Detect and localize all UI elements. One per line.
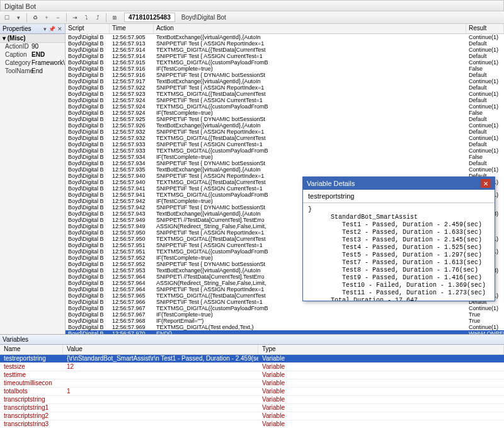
grid-row[interactable]: Boyd\Digital B12:56:57.935TextBotExchang… [66,166,504,173]
var-name: testtime [0,371,63,379]
grid-row[interactable]: Boyd\Digital B12:56:57.923TEXTMSG_DIGITA… [66,91,504,97]
doc-icon[interactable]: 🗎 [110,13,119,22]
grid-row[interactable]: Boyd\Digital B12:56:57.924TEXTMSG_DIGITA… [66,103,504,110]
grid-row[interactable]: Boyd\Digital B12:56:57.916SNIPPET\IF Tes… [66,72,504,78]
property-value[interactable]: Framework\Genera [30,59,65,67]
col-script[interactable]: Script [66,24,110,33]
property-row[interactable]: CategoryFramework\Genera [0,59,65,67]
grid-row[interactable]: Boyd\Digital B12:56:57.916IF(TestComplet… [66,66,504,72]
grid-row[interactable]: Boyd\Digital B12:56:57.915TEXTMSG_DIGITA… [66,59,504,66]
variable-details-titlebar[interactable]: Variable Details ✕ [303,177,495,190]
pin-icon[interactable]: ▾ [43,26,47,32]
pushpin-icon[interactable]: 📌 [49,26,55,32]
cell-action: IF(ReportEmail="") [154,318,466,324]
grid-row[interactable]: Boyd\Digital B12:56:57.934SNIPPET\IF Tes… [66,160,504,166]
variable-row[interactable]: transcriptstring3Variable [0,420,504,427]
col-type[interactable]: Type [258,345,504,354]
minus-icon[interactable]: − [54,13,62,22]
col-action[interactable]: Action [154,24,466,33]
cell-time: 12:56:57.916 [110,66,154,72]
col-name[interactable]: Name [0,345,63,354]
cell-action: IF(TestComplete=true) [154,154,466,160]
cell-time: 12:56:57.951 [110,248,154,255]
cell-script: Boyd\Digital B [66,40,110,47]
cell-action: TEXTMSG_DIGITAL({TestData[CurrentTest [154,47,466,53]
grid-row[interactable]: Boyd\Digital B12:56:57.924IF(TestComplet… [66,110,504,116]
col-time[interactable]: Time [110,24,154,33]
close-icon[interactable]: ✕ [481,179,491,188]
cell-result: WaitAt ONRELE [466,330,504,334]
cell-time: 12:56:57.964 [110,286,154,292]
variable-row[interactable]: totalbots1Variable [0,388,504,396]
grid-row[interactable]: Boyd\Digital B12:56:57.922SNIPPET\IF Tes… [66,84,504,91]
plus-icon[interactable]: + [42,13,51,22]
variables-body[interactable]: testreportstring{\r\nStandardBot_SmartAs… [0,355,504,427]
grid-row[interactable]: Boyd\Digital B12:56:57.917TextBotExchang… [66,78,504,84]
property-row[interactable]: ToolNameEnd [0,67,65,76]
cell-time: 12:56:57.932 [110,135,154,141]
col-result[interactable]: Result [466,24,504,33]
property-row[interactable]: ActionID90 [0,43,65,51]
cell-script: Boyd\Digital B [66,318,110,324]
property-value[interactable]: End [30,67,65,76]
variables-panel: Variables Name Value Type testreportstri… [0,334,504,427]
cell-script: Boyd\Digital B [66,160,110,166]
cell-time: 12:56:57.951 [110,242,154,248]
cell-time: 12:56:57.964 [110,280,154,286]
grid-row[interactable]: Boyd\Digital B12:56:57.970END()WaitAt ON… [66,330,504,334]
grid-row[interactable]: Boyd\Digital B12:56:57.926TextBotExchang… [66,122,504,129]
property-value[interactable]: END [30,51,65,59]
cell-result: Default [466,141,504,147]
property-key: Category [0,59,30,67]
close-panel-icon[interactable]: ✕ [57,26,62,32]
variable-row[interactable]: transcriptstring1Variable [0,404,504,412]
variable-row[interactable]: transcriptstring2Variable [0,412,504,420]
variable-row[interactable]: transcriptstringVariable [0,396,504,404]
grid-row[interactable]: Boyd\Digital B12:56:57.932SNIPPET\IF Tes… [66,129,504,135]
grid-row[interactable]: Boyd\Digital B12:56:57.969TEXTMSG_DIGITA… [66,324,504,330]
grid-row[interactable]: Boyd\Digital B12:56:57.967IF(TestComplet… [66,311,504,318]
variable-row[interactable]: testtimeVariable [0,371,504,379]
grid-row[interactable]: Boyd\Digital B12:56:57.914SNIPPET\IF Tes… [66,53,504,59]
property-value[interactable]: 90 [30,43,65,51]
var-type: Variable [258,412,504,420]
grid-row[interactable]: Boyd\Digital B12:56:57.968IF(ReportEmail… [66,318,504,324]
cell-script: Boyd\Digital B [66,292,110,299]
var-name: transcriptstring3 [0,420,63,427]
dropdown-icon[interactable]: ▾ [14,13,23,22]
new-icon[interactable]: ☐ [3,13,11,22]
grid-row[interactable]: Boyd\Digital B12:56:57.913SNIPPET\IF Tes… [66,40,504,47]
grid-row[interactable]: Boyd\Digital B12:56:57.933SNIPPET\IF Tes… [66,141,504,147]
grid-row[interactable]: Boyd\Digital B12:56:57.967TEXTMSG_DIGITA… [66,305,504,311]
grid-row[interactable]: Boyd\Digital B12:56:57.932TEXTMSG_DIGITA… [66,135,504,141]
variable-row[interactable]: timeoutmilliseconVariable [0,379,504,388]
save-icon[interactable]: ♻ [31,13,40,22]
cell-script: Boyd\Digital B [66,91,110,97]
variable-row[interactable]: testreportstring{\r\nStandardBot_SmartAs… [0,355,504,363]
properties-group[interactable]: ▾ (Misc) [0,34,65,43]
step-over-icon[interactable]: ⇥ [71,13,79,22]
grid-row[interactable]: Boyd\Digital B12:56:57.933TEXTMSG_DIGITA… [66,147,504,154]
variable-row[interactable]: testsize12Variable [0,363,504,371]
step-out-icon[interactable]: ⤴ [93,13,102,22]
var-name: testsize [0,363,63,371]
separator [66,13,67,22]
cell-time: 12:56:57.923 [110,91,154,97]
grid-row[interactable]: Boyd\Digital B12:56:57.934IF(TestComplet… [66,154,504,160]
variable-details-dialog[interactable]: Variable Details ✕ testreportstring } St… [302,176,495,301]
property-row[interactable]: CaptionEND [0,51,65,59]
cell-result: True [466,311,504,318]
step-into-icon[interactable]: ⤵ [82,13,91,22]
grid-row[interactable]: Boyd\Digital B12:56:57.925SNIPPET\IF Tes… [66,116,504,122]
variable-details-body[interactable]: } StandardBot_SmartAssist Test1 - Passed… [303,203,495,301]
col-value[interactable]: Value [63,345,258,354]
grid-row[interactable]: Boyd\Digital B12:56:57.924SNIPPET\IF Tes… [66,97,504,103]
cell-result: Continue(1) [466,59,504,66]
cell-script: Boyd\Digital B [66,135,110,141]
grid-row[interactable]: Boyd\Digital B12:56:57.914TEXTMSG_DIGITA… [66,47,504,53]
cell-time: 12:56:57.965 [110,292,154,299]
cell-script: Boyd\Digital B [66,236,110,242]
expand-icon[interactable]: ▾ [3,35,6,42]
grid-row[interactable]: Boyd\Digital B12:56:57.905TextBotExchang… [66,34,504,40]
tab-id[interactable]: 471810125483 [124,13,175,22]
